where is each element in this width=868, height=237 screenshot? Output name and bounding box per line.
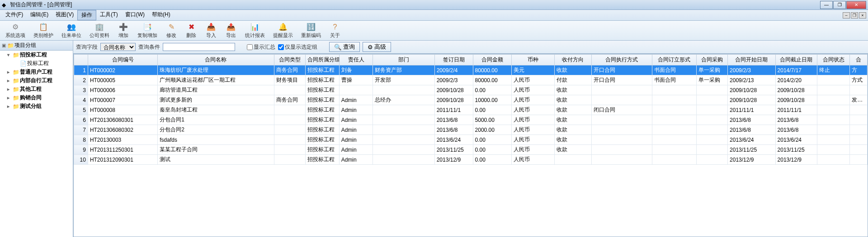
menubar: 文件(F)编辑(E)视图(V)操作工具(T)窗口(W)帮助(H) – ❐ × — [0, 10, 868, 21]
app-icon: ◆ — [2, 2, 8, 8]
folder-icon: 📁 — [13, 78, 19, 84]
tool-重新编码[interactable]: 🔢重新编码 — [298, 22, 324, 40]
grid-container[interactable]: 合同编号合同名称合同类型合同所属分组责任人部门签订日期合同金额币种收付方向合同执… — [73, 54, 868, 237]
mdi-close[interactable]: × — [859, 12, 866, 19]
修改-icon: ✎ — [167, 23, 176, 32]
menu-0[interactable]: 文件(F) — [2, 10, 27, 20]
menu-4[interactable]: 工具(T) — [96, 10, 121, 20]
col-9[interactable]: 币种 — [511, 55, 554, 65]
gear-icon: ⚙ — [368, 44, 373, 51]
menu-3[interactable]: 操作 — [77, 10, 96, 20]
公司资料-icon: 🏢 — [95, 23, 104, 32]
tool-公司资料[interactable]: 🏢公司资料 — [87, 22, 112, 40]
show-selected-check[interactable]: 仅显示选定组 — [278, 43, 317, 51]
folder-icon: 📁 — [13, 95, 19, 101]
table-row[interactable]: 1HT000002珠海纺织厂废水处理商务合同招投标工程刘备财务资产部2009/2… — [74, 65, 868, 75]
folder-icon: 📁 — [7, 42, 14, 49]
统计报表-icon: 📊 — [250, 23, 259, 32]
table-row[interactable]: 7HT201306080302分包合同2招投标工程Admin2013/6/820… — [74, 125, 868, 135]
复制增加-icon: 📑 — [143, 23, 152, 32]
table-row[interactable]: 4HT000007测试更多新的商务合同招投标工程Admin总经办2009/10/… — [74, 95, 868, 105]
col-16[interactable]: 合同状态 — [817, 55, 850, 65]
filter-cond-label: 查询条件 — [138, 43, 160, 51]
col-10[interactable]: 收付方向 — [554, 55, 591, 65]
filter-field-label: 查询字段 — [76, 43, 98, 51]
col-0[interactable] — [74, 55, 88, 65]
tool-往来单位[interactable]: 👥往来单位 — [59, 22, 84, 40]
tool-系统选项[interactable]: ⚙系统选项 — [3, 22, 28, 40]
col-7[interactable]: 签订日期 — [434, 55, 473, 65]
search-icon: 🔍 — [334, 44, 342, 51]
tool-复制增加[interactable]: 📑复制增加 — [135, 22, 160, 40]
col-12[interactable]: 合同订立形式 — [652, 55, 696, 65]
table-row[interactable]: 6HT201306080301分包合同1招投标工程Admin2013/6/850… — [74, 115, 868, 125]
menu-5[interactable]: 窗口(W) — [122, 10, 148, 20]
maximize-button[interactable]: ❐ — [833, 1, 846, 9]
tool-导入[interactable]: 📥导入 — [203, 22, 220, 40]
tree-header: ▣ 📁 项目分组 — [0, 41, 73, 51]
query-button[interactable]: 🔍查询 — [329, 42, 360, 52]
table-row[interactable]: 9HT201311250301某某工程子合同招投标工程Admin2013/11/… — [74, 145, 868, 155]
col-13[interactable]: 合同采购 — [696, 55, 727, 65]
minimize-button[interactable]: — — [820, 1, 833, 9]
table-row[interactable]: 5HT000008秦皇岛封堵工程招投标工程Admin2011/11/10.00人… — [74, 105, 868, 115]
folder-icon: 📁 — [13, 86, 19, 93]
advanced-button[interactable]: ⚙高级 — [363, 42, 391, 52]
table-row[interactable]: 3HT000006廊坊管道局工程招投标工程2009/10/280.00人民币收款… — [74, 85, 868, 95]
col-2[interactable]: 合同名称 — [158, 55, 274, 65]
titlebar: ◆ 智信合同管理 - [合同管理] — ❐ ✕ — [0, 0, 868, 10]
增加-icon: ➕ — [119, 23, 128, 32]
tree-node-其他工程[interactable]: ▸📁其他工程 — [0, 85, 73, 93]
col-6[interactable]: 部门 — [373, 55, 434, 65]
重新编码-icon: 🔢 — [307, 23, 316, 32]
系统选项-icon: ⚙ — [11, 23, 20, 32]
page-icon: 📄 — [20, 60, 26, 67]
folder-icon: 📁 — [13, 69, 19, 75]
col-4[interactable]: 合同所属分组 — [306, 55, 340, 65]
tool-类别维护[interactable]: 📋类别维护 — [31, 22, 56, 40]
menu-2[interactable]: 视图(V) — [52, 10, 77, 20]
tool-关于[interactable]: ?关于 — [326, 22, 344, 40]
toolbar: ⚙系统选项📋类别维护👥往来单位🏢公司资料➕增加📑复制增加✎修改✖删除📥导入📤导出… — [0, 21, 868, 41]
show-summary-check[interactable]: 显示汇总 — [247, 43, 275, 51]
filter-field-select[interactable]: 合同名称 — [100, 43, 136, 51]
sidebar: ▣ 📁 项目分组 ▾📁招投标工程📄投标工程▸📁普通用户工程▸📁内部自行工程▸📁其… — [0, 41, 73, 237]
table-row[interactable]: 10HT201312090301测试招投标工程Admin2013/12/90.0… — [74, 155, 868, 165]
tool-删除[interactable]: ✖删除 — [183, 22, 200, 40]
mdi-minimize[interactable]: – — [843, 12, 850, 19]
往来单位-icon: 👥 — [67, 23, 76, 32]
menu-6[interactable]: 帮助(H) — [148, 10, 174, 20]
tree-node-测试分组[interactable]: ▸📁测试分组 — [0, 102, 73, 111]
col-3[interactable]: 合同类型 — [274, 55, 305, 65]
删除-icon: ✖ — [187, 23, 196, 32]
提醒显示-icon: 🔔 — [278, 23, 288, 32]
table-row[interactable]: 2HT000005广州顺风速运花都厂区一期工程财务项目招投标工程曹操开发部200… — [74, 75, 868, 85]
关于-icon: ? — [330, 23, 340, 32]
col-17[interactable]: 合 — [850, 55, 868, 65]
close-button[interactable]: ✕ — [846, 1, 866, 9]
tool-修改[interactable]: ✎修改 — [163, 22, 180, 40]
col-11[interactable]: 合同执行方式 — [592, 55, 652, 65]
col-5[interactable]: 责任人 — [339, 55, 373, 65]
tool-导出[interactable]: 📤导出 — [222, 22, 240, 40]
导出-icon: 📤 — [226, 23, 236, 32]
menu-1[interactable]: 编辑(E) — [27, 10, 52, 20]
tool-提醒显示[interactable]: 🔔提醒显示 — [270, 22, 296, 40]
filter-bar: 查询字段 合同名称 查询条件 显示汇总 仅显示选定组 🔍查询 ⚙高级 — [73, 41, 868, 54]
mdi-restore[interactable]: ❐ — [851, 12, 858, 19]
tool-增加[interactable]: ➕增加 — [115, 22, 132, 40]
filter-cond-input[interactable] — [163, 43, 235, 51]
title-text: 智信合同管理 - [合同管理] — [10, 1, 820, 9]
tree-node-投标工程[interactable]: 📄投标工程 — [0, 59, 73, 68]
tree-node-内部自行工程[interactable]: ▸📁内部自行工程 — [0, 76, 73, 85]
col-1[interactable]: 合同编号 — [88, 55, 157, 65]
tool-统计报表[interactable]: 📊统计报表 — [242, 22, 268, 40]
table-row[interactable]: 8HT20130003fsdafds招投标工程Admin2013/6/240.0… — [74, 135, 868, 145]
col-8[interactable]: 合同金额 — [473, 55, 511, 65]
tree-node-购销合同[interactable]: ▸📁购销合同 — [0, 93, 73, 102]
col-14[interactable]: 合同开始日期 — [728, 55, 776, 65]
tree-node-普通用户工程[interactable]: ▸📁普通用户工程 — [0, 68, 73, 76]
col-15[interactable]: 合同截止日期 — [775, 55, 817, 65]
tree-node-招投标工程[interactable]: ▾📁招投标工程 — [0, 51, 73, 59]
导入-icon: 📥 — [207, 23, 216, 32]
